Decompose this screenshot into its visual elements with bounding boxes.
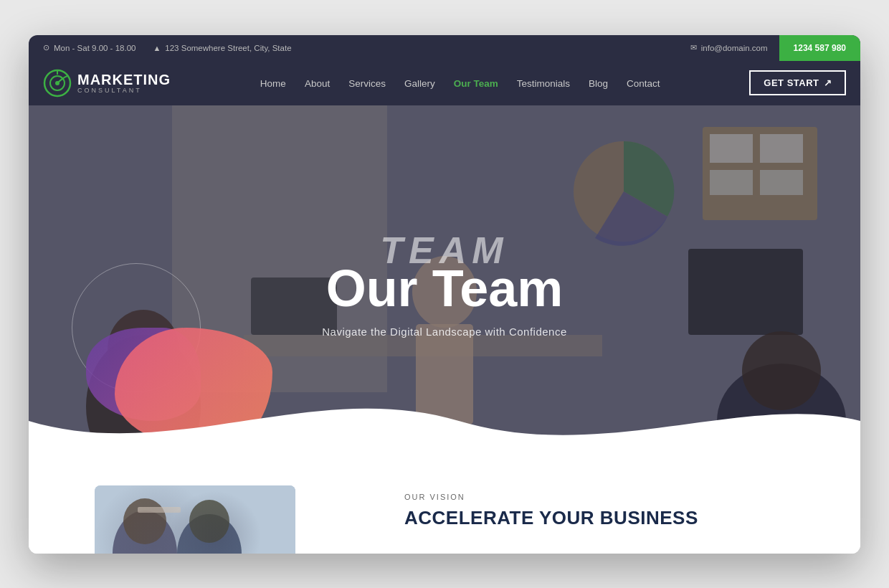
hero-wave (29, 378, 860, 464)
nav-home-link[interactable]: Home (260, 78, 286, 89)
hero-subtitle: Navigate the Digital Landscape with Conf… (322, 326, 567, 338)
nav-gallery-link[interactable]: Gallery (404, 78, 435, 89)
arrow-icon: ↗ (824, 77, 832, 88)
phone-number: 1234 587 980 (794, 43, 846, 53)
phone-button[interactable]: 1234 587 980 (779, 35, 860, 61)
nav-home[interactable]: Home (260, 77, 286, 90)
logo-text: MARKETING CONSULTANT (77, 72, 171, 94)
vision-label: OUR VISION (404, 493, 817, 501)
bottom-section: OUR VISION ACCELERATE YOUR BUSINESS (29, 464, 860, 554)
address: ▲ 123 Somewhere Street, City, State (153, 44, 291, 52)
nav-our-team[interactable]: Our Team (454, 77, 498, 90)
bottom-people-image (95, 485, 295, 554)
nav-about-link[interactable]: About (305, 78, 330, 89)
nav-links: Home About Services Gallery Our Team Tes… (260, 77, 660, 90)
nav-our-team-link[interactable]: Our Team (454, 78, 498, 89)
nav-contact[interactable]: Contact (627, 77, 660, 90)
bottom-left (29, 485, 361, 554)
nav-testimonials-link[interactable]: Testimonials (517, 78, 570, 89)
svg-point-25 (189, 500, 229, 543)
nav-gallery[interactable]: Gallery (404, 77, 435, 90)
nav-about[interactable]: About (305, 77, 330, 90)
svg-point-23 (123, 498, 166, 544)
hero-section: TEAM Our Team Navigate the Digital Lands… (29, 105, 860, 464)
nav-blog-link[interactable]: Blog (589, 78, 608, 89)
top-bar-left: ⊙ Mon - Sat 9.00 - 18.00 ▲ 123 Somewhere… (29, 43, 292, 52)
svg-point-24 (177, 514, 242, 554)
location-icon: ▲ (153, 44, 161, 52)
nav-services[interactable]: Services (348, 77, 386, 90)
nav-blog[interactable]: Blog (589, 77, 608, 90)
email-icon: ✉ (690, 43, 697, 52)
business-hours: ⊙ Mon - Sat 9.00 - 18.00 (43, 43, 136, 52)
email-text: info@domain.com (701, 44, 768, 52)
get-start-button[interactable]: GET START ↗ (749, 70, 846, 95)
logo-main: MARKETING (77, 72, 171, 87)
hero-title: Our Team (322, 261, 567, 316)
logo-sub: CONSULTANT (77, 87, 171, 94)
browser-frame: ⊙ Mon - Sat 9.00 - 18.00 ▲ 123 Somewhere… (29, 35, 860, 554)
svg-rect-21 (95, 485, 295, 554)
bottom-right: OUR VISION ACCELERATE YOUR BUSINESS (361, 485, 860, 554)
svg-point-22 (113, 511, 177, 554)
top-bar: ⊙ Mon - Sat 9.00 - 18.00 ▲ 123 Somewhere… (29, 35, 860, 61)
nav-services-link[interactable]: Services (348, 78, 386, 89)
logo-icon (43, 69, 72, 98)
navbar: MARKETING CONSULTANT Home About Services… (29, 61, 860, 105)
vision-title: ACCELERATE YOUR BUSINESS (404, 507, 817, 529)
hours-text: Mon - Sat 9.00 - 18.00 (54, 44, 136, 52)
get-start-label: GET START (764, 77, 819, 88)
address-text: 123 Somewhere Street, City, State (165, 44, 291, 52)
people-svg (95, 485, 295, 554)
top-bar-right: ✉ info@domain.com 1234 587 980 (690, 35, 860, 61)
logo[interactable]: MARKETING CONSULTANT (43, 69, 171, 98)
nav-testimonials[interactable]: Testimonials (517, 77, 570, 90)
email-contact: ✉ info@domain.com (690, 43, 779, 52)
hero-content: TEAM Our Team Navigate the Digital Lands… (322, 231, 567, 338)
clock-icon: ⊙ (43, 43, 49, 52)
nav-contact-link[interactable]: Contact (627, 78, 660, 89)
svg-rect-26 (138, 507, 181, 513)
